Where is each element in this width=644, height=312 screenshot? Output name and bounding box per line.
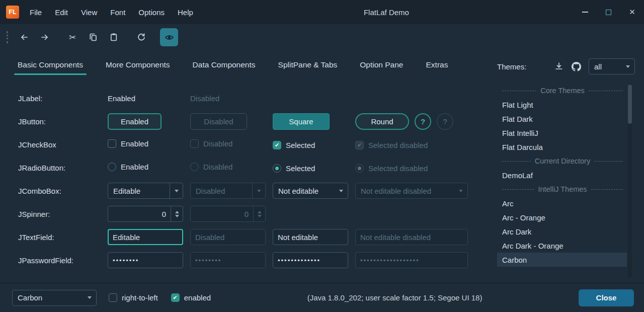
jbutton-enabled[interactable]: Enabled	[108, 113, 162, 130]
theme-item-carbon[interactable]: Carbon	[497, 253, 627, 267]
download-icon	[554, 62, 564, 71]
themes-scrollbar-thumb[interactable]	[628, 85, 632, 124]
help-button-disabled: ?	[437, 113, 453, 130]
spinner-value: 0	[108, 206, 171, 221]
toolbar-grip[interactable]	[7, 31, 8, 43]
arrow-right-icon	[40, 33, 49, 42]
checkbox-box	[190, 139, 199, 148]
radio-circle	[108, 163, 116, 171]
theme-item-arc-orange[interactable]: Arc - Orange	[497, 210, 627, 224]
menu-view[interactable]: View	[74, 0, 104, 24]
combobox-not-editable-disabled-value: Not editable disabled	[361, 187, 454, 195]
menu-file[interactable]: File	[23, 0, 48, 24]
theme-item-demolaf[interactable]: DemoLaf	[497, 168, 627, 182]
theme-item-flat-intellij[interactable]: Flat IntelliJ	[497, 126, 627, 140]
jbutton-disabled: Disabled	[190, 113, 247, 130]
github-button[interactable]	[568, 58, 585, 74]
combobox-not-editable[interactable]: Not editable	[273, 183, 348, 199]
app-logo-text: FL	[9, 9, 16, 16]
close-button[interactable]: Close	[579, 289, 634, 306]
theme-item-flat-dark[interactable]: Flat Dark	[497, 112, 627, 126]
textfield-not-editable-disabled	[355, 229, 468, 245]
spinner-buttons[interactable]	[171, 206, 183, 221]
jlabel-enabled: Enabled	[108, 94, 135, 103]
tab-more-components[interactable]: More Components	[102, 54, 174, 76]
menu-options[interactable]: Options	[132, 0, 171, 24]
cut-button[interactable]: ✂	[63, 28, 82, 46]
combobox-editable-value: Editable	[113, 187, 170, 195]
passwordfield-editable[interactable]	[108, 252, 183, 268]
tab-basic-components[interactable]: Basic Components	[14, 54, 87, 76]
theme-item-arc-dark-orange[interactable]: Arc Dark - Orange	[497, 239, 627, 253]
radio-circle-selected	[355, 164, 364, 173]
theme-item-flat-darcula[interactable]: Flat Darcula	[497, 140, 627, 154]
tab-option-pane[interactable]: Option Pane	[356, 54, 407, 76]
combobox-editable[interactable]: Editable	[108, 183, 183, 199]
right-to-left-checkbox[interactable]: right-to-left	[109, 293, 158, 302]
show-hidden-toggle-button[interactable]	[160, 28, 178, 46]
tab-data-components[interactable]: Data Components	[189, 54, 259, 76]
textfield-not-editable[interactable]	[273, 229, 348, 245]
themes-separator-core: Core Themes	[497, 84, 627, 98]
jbutton-square[interactable]: Square	[273, 113, 330, 130]
minimize-button[interactable]	[573, 0, 597, 24]
eye-icon	[165, 33, 174, 42]
passwordfield-not-editable[interactable]	[273, 252, 348, 268]
jbutton-round[interactable]: Round	[355, 113, 409, 130]
row-label-jbutton: JButton:	[18, 117, 101, 126]
textfield-editable[interactable]	[108, 229, 183, 245]
spinner-disabled: 0	[190, 206, 266, 222]
passwordfield-disabled	[190, 252, 266, 268]
toolbar: ✂	[0, 24, 644, 50]
tab-extras[interactable]: Extras	[423, 54, 452, 76]
radio-selected-label: Selected	[286, 164, 315, 173]
minimize-icon	[582, 12, 588, 13]
tab-splitpane-tabs[interactable]: SplitPane & Tabs	[275, 54, 341, 76]
spinner-enabled[interactable]: 0	[108, 206, 183, 222]
back-button[interactable]	[15, 28, 33, 46]
jlabel-disabled: Disabled	[190, 94, 219, 103]
checkbox-enabled[interactable]: Enabled	[108, 139, 148, 148]
themes-filter-combobox[interactable]: all	[589, 58, 635, 74]
enabled-checkbox[interactable]: ✔ enabled	[171, 293, 211, 302]
radio-selected-disabled-label: Selected disabled	[368, 164, 428, 173]
close-icon: ✕	[629, 8, 635, 17]
row-label-jcheckbox: JCheckBox	[18, 140, 101, 149]
clipboard-icon	[109, 33, 118, 42]
menu-font[interactable]: Font	[104, 0, 132, 24]
forward-button[interactable]	[36, 28, 54, 46]
checkbox-selected[interactable]: ✔ Selected	[273, 141, 315, 149]
theme-item-arc-dark[interactable]: Arc Dark	[497, 224, 627, 239]
checkbox-box-checked: ✔	[355, 141, 364, 149]
radio-selected[interactable]: Selected	[273, 164, 315, 173]
chevron-up-icon	[258, 211, 262, 213]
menu-edit[interactable]: Edit	[48, 0, 74, 24]
chevron-down-icon	[335, 183, 348, 198]
maximize-button[interactable]	[597, 0, 620, 24]
row-label-jtextfield: JTextField:	[18, 233, 101, 242]
bottom-bar: Carbon right-to-left ✔ enabled (Java 1.8…	[0, 283, 644, 312]
close-window-button[interactable]: ✕	[620, 0, 644, 24]
runtime-info: (Java 1.8.0_202; user scale factor 1.5; …	[211, 293, 579, 302]
spinner-buttons	[253, 206, 265, 221]
download-themes-button[interactable]	[550, 58, 568, 74]
theme-item-arc[interactable]: Arc	[497, 196, 627, 210]
arrow-left-icon	[20, 33, 29, 42]
theme-item-flat-light[interactable]: Flat Light	[497, 98, 627, 112]
menubar: File Edit View Font Options Help	[23, 0, 200, 24]
help-button[interactable]: ?	[415, 113, 431, 130]
chevron-down-icon	[258, 215, 262, 217]
radio-selected-disabled: Selected disabled	[355, 164, 428, 173]
radio-circle-selected	[273, 164, 281, 173]
menu-help[interactable]: Help	[171, 0, 200, 24]
radio-enabled[interactable]: Enabled	[108, 163, 148, 171]
copy-button[interactable]	[84, 28, 102, 46]
enabled-label: enabled	[184, 293, 211, 302]
refresh-button[interactable]	[132, 28, 150, 46]
check-icon: ✔	[275, 142, 279, 148]
chevron-down-icon	[454, 183, 467, 198]
theme-selector-combobox[interactable]: Carbon	[12, 290, 97, 306]
checkbox-selected-disabled: ✔ Selected disabled	[355, 141, 428, 149]
checkbox-box	[108, 139, 116, 148]
paste-button[interactable]	[105, 28, 123, 46]
